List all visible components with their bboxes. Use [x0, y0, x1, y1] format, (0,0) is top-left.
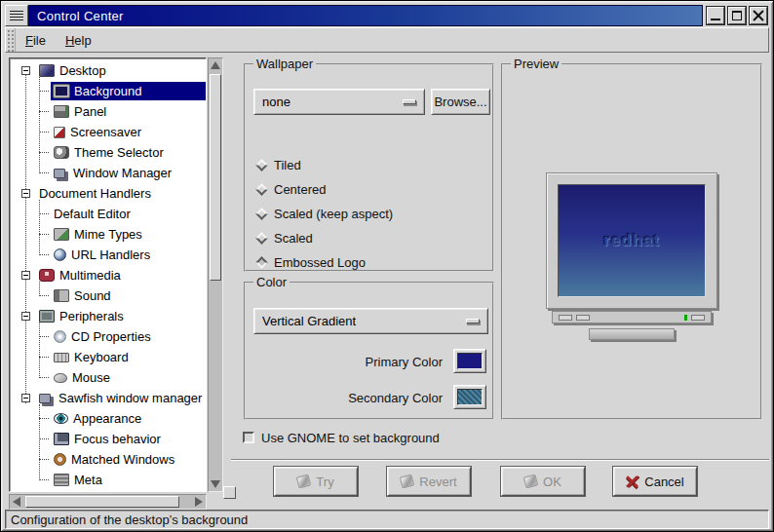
radio-label: Centered — [274, 182, 326, 197]
try-icon — [296, 475, 312, 489]
tree-item-content: Appearance — [51, 409, 206, 428]
radio-centered[interactable]: Centered — [255, 179, 326, 199]
secondary-color-button[interactable] — [453, 385, 486, 409]
tree-item-label: Screensaver — [70, 125, 141, 139]
menubar-grip-handle[interactable] — [6, 28, 16, 52]
radio-button-icon[interactable] — [255, 183, 268, 196]
scroll-up-button[interactable] — [209, 58, 222, 72]
collapse-expander-icon[interactable] — [21, 312, 30, 321]
menu-file[interactable]: File — [16, 30, 56, 51]
tree-item-mime-types[interactable]: Mime Types — [10, 224, 206, 245]
browse-button[interactable]: Browse... — [431, 89, 490, 115]
tree-item-url-handlers[interactable]: URL Handlers — [10, 245, 206, 265]
window-menu-icon — [10, 11, 23, 21]
browse-button-label: Browse... — [434, 95, 486, 109]
tree-item-default-editor[interactable]: Default Editor — [10, 204, 206, 224]
collapse-expander-icon[interactable] — [21, 189, 30, 198]
tree-item-label: Sawfish window manager — [58, 391, 202, 405]
tree-item-focus-behavior[interactable]: Focus behavior — [10, 429, 206, 449]
menubar-items: FileHelp — [16, 30, 101, 51]
tree-item-label: Mime Types — [74, 227, 142, 242]
tree-item-theme-selector[interactable]: Theme Selector — [10, 142, 206, 163]
tree-children-document-handlers: Default EditorMime TypesURL Handlers — [10, 204, 206, 265]
titlebar: Control Center — [5, 5, 769, 26]
window-manager-icon — [54, 169, 65, 178]
use-gnome-checkbox-row[interactable]: Use GNOME to set background — [243, 428, 440, 447]
cancel-button[interactable]: Cancel — [613, 467, 697, 496]
radio-embossed-logo[interactable]: Embossed Logo — [255, 252, 366, 272]
capplet-tree: DesktopBackgroundPanelScreensaverTheme S… — [10, 58, 206, 490]
tree-item-label: Background — [74, 84, 141, 98]
radio-button-icon[interactable] — [255, 256, 268, 269]
tree-children-peripherals: CD PropertiesKeyboardMouse — [10, 326, 206, 388]
gradient-dropdown-value: Vertical Gradient — [262, 314, 356, 328]
appearance-icon — [54, 413, 68, 424]
tree-item-background[interactable]: Background — [10, 81, 206, 101]
tree-item-mouse[interactable]: Mouse — [10, 367, 206, 388]
close-button[interactable] — [750, 7, 767, 24]
theme-icon — [54, 146, 69, 159]
horizontal-scroll-thumb[interactable] — [25, 496, 179, 508]
mouse-icon — [54, 373, 67, 383]
meta-icon — [54, 474, 69, 486]
radio-scaled[interactable]: Scaled — [255, 228, 313, 247]
tree-item-sound[interactable]: Sound — [10, 285, 206, 306]
tree-item-matched-windows[interactable]: Matched Windows — [10, 449, 206, 470]
tree-horizontal-scrollbar[interactable] — [9, 494, 207, 510]
radio-button-icon[interactable] — [255, 232, 268, 245]
scroll-left-button[interactable] — [10, 495, 23, 509]
menu-help[interactable]: Help — [56, 30, 101, 51]
wallpaper-dropdown-value: none — [262, 95, 290, 109]
radio-tiled[interactable]: Tiled — [255, 155, 301, 174]
titlebar-strip[interactable]: Control Center — [28, 5, 703, 26]
maximize-button[interactable] — [728, 7, 746, 24]
primary-color-swatch — [457, 353, 483, 369]
minimize-button[interactable] — [707, 7, 724, 24]
tree-item-window-manager[interactable]: Window Manager — [10, 163, 206, 183]
tree-item-label: Peripherals — [59, 309, 124, 323]
tree-item-appearance[interactable]: Appearance — [10, 408, 206, 429]
tree-item-screensaver[interactable]: Screensaver — [10, 122, 206, 142]
tree-item-content: Default Editor — [51, 205, 206, 223]
tree-item-cd-properties[interactable]: CD Properties — [10, 326, 206, 347]
ok-button-label: OK — [543, 475, 561, 489]
radio-button-icon[interactable] — [255, 208, 268, 220]
tree-item-content: Meta — [51, 471, 206, 489]
collapse-expander-icon[interactable] — [21, 271, 30, 280]
scroll-down-button[interactable] — [209, 477, 222, 491]
sound-icon — [54, 289, 69, 302]
window-menu-button[interactable] — [5, 5, 28, 26]
tree-item-meta[interactable]: Meta — [10, 470, 206, 490]
tree-item-content: CD Properties — [51, 327, 206, 346]
tree-item-label: Sound — [74, 288, 111, 303]
tree-item-label: URL Handlers — [71, 247, 150, 262]
scroll-right-button[interactable] — [192, 495, 206, 509]
tree-item-content: Desktop — [36, 61, 206, 80]
gradient-dropdown[interactable]: Vertical Gradient — [253, 308, 488, 334]
tree-vertical-scrollbar[interactable] — [208, 57, 223, 492]
tree-item-content: URL Handlers — [51, 246, 206, 264]
wallpaper-group: Wallpaper none Browse... TiledCenteredSc… — [244, 63, 494, 272]
dialog-separator — [231, 459, 769, 461]
mime-icon — [54, 228, 69, 241]
collapse-expander-icon[interactable] — [21, 394, 30, 402]
multimedia-icon — [39, 269, 55, 282]
tree-item-keyboard[interactable]: Keyboard — [10, 347, 206, 367]
tree-item-panel[interactable]: Panel — [10, 101, 206, 122]
vertical-scroll-thumb[interactable] — [210, 74, 221, 281]
revert-icon — [400, 475, 415, 489]
tree-item-label: Appearance — [73, 411, 141, 426]
use-gnome-checkbox[interactable] — [243, 432, 254, 443]
cancel-button-label: Cancel — [644, 475, 683, 489]
tree-item-label: Desktop — [59, 63, 106, 78]
tree-item-content: Sawfish window manager — [36, 389, 206, 407]
radio-button-icon[interactable] — [255, 159, 268, 171]
radio-label: Embossed Logo — [274, 255, 366, 270]
primary-color-label: Primary Color — [267, 355, 443, 369]
collapse-expander-icon[interactable] — [21, 66, 30, 75]
wallpaper-dropdown[interactable]: none — [253, 89, 425, 115]
tree-item-label: Matched Windows — [71, 452, 174, 467]
primary-color-button[interactable] — [453, 349, 486, 373]
desktop-icon — [39, 64, 55, 77]
radio-scaled-keep-aspect[interactable]: Scaled (keep aspect) — [255, 204, 393, 223]
